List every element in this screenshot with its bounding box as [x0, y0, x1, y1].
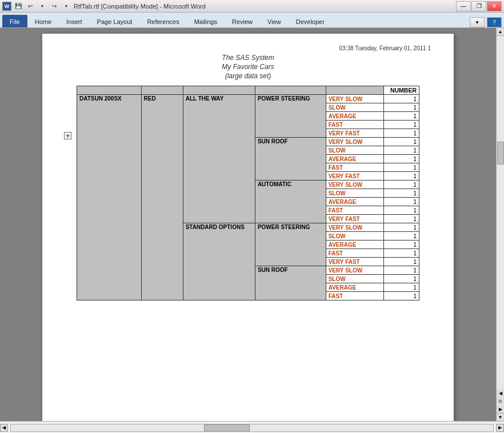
help-button[interactable]: ?	[487, 17, 502, 27]
restore-button[interactable]: ❐	[471, 1, 486, 11]
cell-speed: AVERAGE	[326, 155, 383, 163]
cell-num: 1	[383, 121, 419, 129]
cell-num: 1	[383, 112, 419, 121]
save-button[interactable]: 💾	[13, 1, 23, 11]
cell-num: 1	[383, 189, 419, 198]
quick-access-toolbar: W 💾 ↩ ▼ ↪ ▼	[2, 1, 71, 11]
scroll-left-button[interactable]: ◀	[0, 424, 8, 432]
cell-opt-1: POWER STEERING	[255, 95, 326, 138]
cell-speed: VERY SLOW	[326, 223, 383, 232]
scroll-right-button[interactable]: ▶	[496, 424, 504, 432]
cell-speed: FAST	[326, 206, 383, 215]
minimize-button[interactable]: —	[456, 1, 471, 11]
tab-developer[interactable]: Developer	[289, 15, 332, 27]
cell-num: 1	[383, 232, 419, 240]
col-header-speed	[326, 86, 383, 95]
cell-speed: VERY FAST	[326, 172, 383, 181]
qa-dropdown-button[interactable]: ▼	[61, 1, 71, 11]
cell-speed: AVERAGE	[326, 198, 383, 206]
title-bar-title: RtfTab.rtf [Compatibility Mode] - Micros…	[74, 3, 206, 10]
cell-num: 1	[383, 266, 419, 275]
tab-mailings[interactable]: Mailings	[187, 15, 225, 27]
redo-button[interactable]: ↪	[49, 1, 59, 11]
cell-speed: VERY SLOW	[326, 181, 383, 189]
doc-title-3: (large data set)	[65, 72, 431, 80]
ribbon: File Home Insert Page Layout References …	[0, 13, 504, 28]
title-bar: W 💾 ↩ ▼ ↪ ▼ RtfTab.rtf [Compatibility Mo…	[0, 0, 504, 13]
cell-speed: FAST	[326, 121, 383, 129]
scroll-prev-page-button[interactable]: ◀	[497, 389, 505, 397]
cell-num: 1	[383, 258, 419, 266]
window-controls: — ❐ ✕	[456, 1, 502, 11]
ribbon-collapse-button[interactable]: ▼	[470, 17, 485, 27]
cell-num: 1	[383, 103, 419, 112]
ribbon-tabs: File Home Insert Page Layout References …	[0, 13, 504, 27]
tab-review[interactable]: Review	[225, 15, 260, 27]
cell-car: DATSUN 200SX	[77, 95, 142, 300]
page-header: 03:38 Tuesday, February 01, 2011 1	[65, 45, 431, 51]
cell-speed: VERY SLOW	[326, 266, 383, 275]
cell-trans-2: STANDARD OPTIONS	[183, 223, 255, 300]
col-header-car	[77, 86, 142, 95]
h-scroll-thumb[interactable]	[204, 424, 250, 431]
cell-speed: VERY FAST	[326, 258, 383, 266]
cell-num: 1	[383, 181, 419, 189]
horizontal-scrollbar[interactable]	[10, 424, 494, 432]
tab-home[interactable]: Home	[27, 15, 59, 27]
bottom-scroll-area: ◀ ▶	[0, 421, 504, 433]
tab-view[interactable]: View	[260, 15, 289, 27]
cell-speed: SLOW	[326, 275, 383, 283]
cell-speed: VERY SLOW	[326, 138, 383, 146]
close-button[interactable]: ✕	[487, 1, 502, 11]
cell-num: 1	[383, 240, 419, 249]
cell-opt-3: AUTOMATIC	[255, 181, 326, 223]
tab-references[interactable]: References	[139, 15, 186, 27]
cell-num: 1	[383, 138, 419, 146]
col-header-opt	[255, 86, 326, 95]
page: ✛ 03:38 Tuesday, February 01, 2011 1 The…	[42, 34, 454, 421]
undo-button[interactable]: ↩	[25, 1, 35, 11]
cell-speed: SLOW	[326, 232, 383, 240]
cell-speed: AVERAGE	[326, 283, 383, 292]
cell-num: 1	[383, 163, 419, 172]
cell-speed: AVERAGE	[326, 112, 383, 121]
ribbon-right-buttons: ▼ ?	[470, 17, 502, 27]
cell-trans-1: ALL THE WAY	[183, 95, 255, 223]
cell-speed: SLOW	[326, 189, 383, 198]
cell-speed: VERY SLOW	[326, 95, 383, 103]
undo-dropdown-button[interactable]: ▼	[37, 1, 47, 11]
cell-num: 1	[383, 292, 419, 300]
vertical-scrollbar[interactable]: ▲ ◀ ⊙ ▶ ▼	[496, 28, 504, 421]
cell-num: 1	[383, 283, 419, 292]
cell-speed: SLOW	[326, 146, 383, 155]
cell-num: 1	[383, 275, 419, 283]
cell-num: 1	[383, 249, 419, 258]
select-browse-button[interactable]: ⊙	[497, 397, 505, 405]
word-icon: W	[2, 2, 11, 11]
cell-num: 1	[383, 155, 419, 163]
tab-file[interactable]: File	[2, 15, 27, 27]
table-move-handle[interactable]: ✛	[64, 132, 71, 139]
tab-insert[interactable]: Insert	[59, 15, 90, 27]
scroll-next-page-button[interactable]: ▶	[497, 405, 505, 413]
cell-speed: VERY FAST	[326, 215, 383, 223]
cell-num: 1	[383, 206, 419, 215]
tab-page-layout[interactable]: Page Layout	[90, 15, 140, 27]
doc-title-2: My Favorite Cars	[65, 63, 431, 71]
scroll-up-button[interactable]: ▲	[497, 28, 505, 36]
document-area: ✛ 03:38 Tuesday, February 01, 2011 1 The…	[0, 28, 504, 421]
doc-title-1: The SAS System	[65, 54, 431, 62]
cell-speed: FAST	[326, 249, 383, 258]
cell-speed: VERY FAST	[326, 129, 383, 138]
title-bar-left: W 💾 ↩ ▼ ↪ ▼ RtfTab.rtf [Compatibility Mo…	[2, 1, 206, 11]
cell-opt-5: SUN ROOF	[255, 266, 326, 300]
col-header-color	[141, 86, 183, 95]
scroll-down-button[interactable]: ▼	[497, 413, 505, 421]
cell-num: 1	[383, 172, 419, 181]
cell-num: 1	[383, 198, 419, 206]
cell-num: 1	[383, 95, 419, 103]
col-header-number: NUMBER	[383, 86, 419, 95]
cell-speed: FAST	[326, 292, 383, 300]
page-container[interactable]: ✛ 03:38 Tuesday, February 01, 2011 1 The…	[0, 28, 496, 421]
scroll-thumb[interactable]	[497, 142, 504, 165]
